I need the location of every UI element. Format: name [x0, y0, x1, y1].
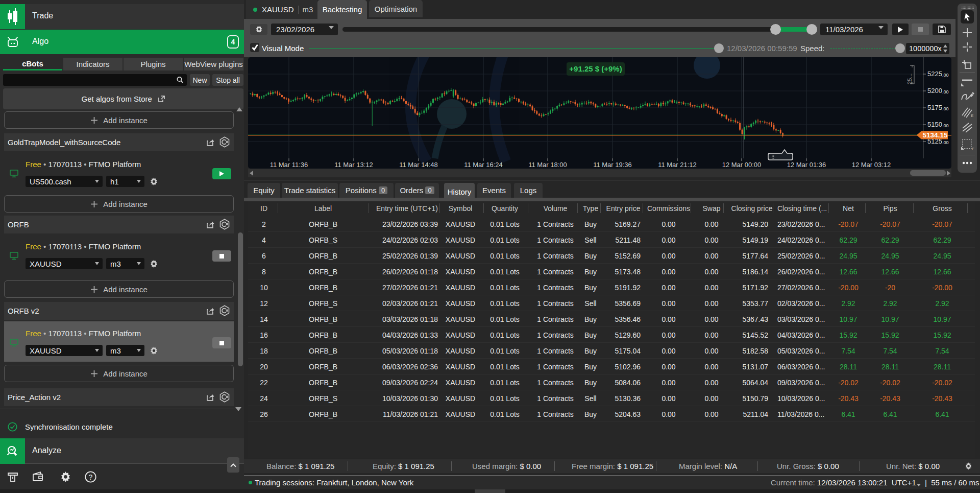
- svg-text:11 Mar 13:12: 11 Mar 13:12: [334, 161, 373, 169]
- svg-text:11 Mar 11:36: 11 Mar 11:36: [270, 161, 308, 169]
- svg-text:5134.15: 5134.15: [923, 131, 948, 139]
- svg-text:5175.00: 5175.00: [927, 104, 948, 111]
- svg-text:5200.00: 5200.00: [927, 87, 948, 95]
- svg-text:11 Mar 16:24: 11 Mar 16:24: [464, 161, 503, 169]
- svg-text:11 Mar 21:12: 11 Mar 21:12: [658, 161, 697, 169]
- svg-text:11 Mar 19:36: 11 Mar 19:36: [593, 161, 632, 169]
- svg-text:5225.00: 5225.00: [927, 70, 948, 78]
- svg-text:12 Mar 00:00: 12 Mar 00:00: [722, 161, 762, 169]
- svg-text:11 Mar 18:00: 11 Mar 18:00: [528, 161, 567, 169]
- svg-text:5150.00: 5150.00: [927, 121, 948, 128]
- svg-text:25...: 25...: [906, 74, 913, 84]
- svg-text:F: F: [972, 147, 974, 151]
- svg-text:12 Mar 03:12: 12 Mar 03:12: [852, 161, 891, 169]
- svg-text:12 Mar 01:36: 12 Mar 01:36: [787, 161, 826, 169]
- svg-text:+91.25 $ (+9%): +91.25 $ (+9%): [569, 64, 622, 73]
- svg-text:?: ?: [89, 473, 93, 481]
- svg-text:11 Mar 14:48: 11 Mar 14:48: [399, 161, 438, 169]
- svg-text:E: E: [971, 113, 973, 118]
